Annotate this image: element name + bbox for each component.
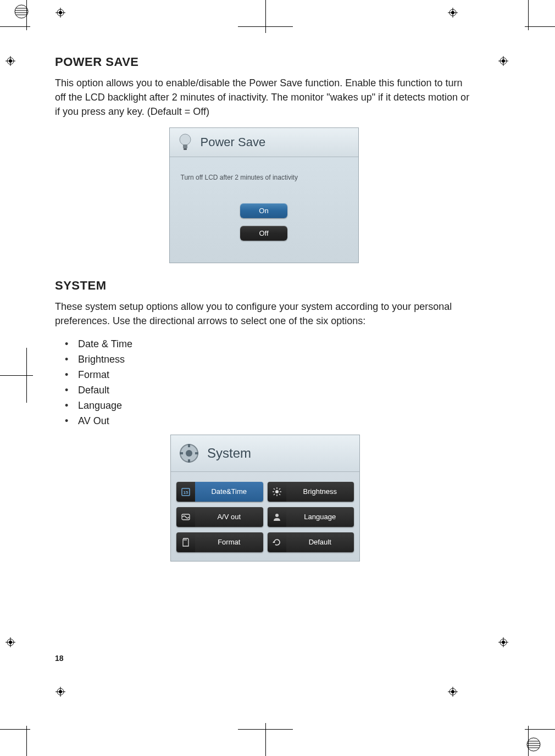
- menu-label: Default: [286, 532, 354, 552]
- svg-point-46: [186, 450, 192, 457]
- power-save-description: This option allows you to enable/disable…: [55, 76, 473, 119]
- svg-line-59: [279, 494, 280, 495]
- sdcard-icon: [176, 532, 195, 552]
- menu-av-out[interactable]: A/V out: [176, 507, 263, 527]
- registration-mark-icon: [448, 8, 458, 18]
- svg-line-61: [274, 494, 275, 495]
- registration-mark-icon: [56, 8, 65, 18]
- svg-text:15: 15: [184, 490, 188, 495]
- brightness-icon: [268, 482, 286, 502]
- on-button[interactable]: On: [240, 203, 287, 218]
- menu-default[interactable]: Default: [268, 532, 354, 552]
- colorbar-icon: [526, 737, 541, 752]
- menu-date-time[interactable]: 15 Date&Time: [176, 482, 263, 502]
- system-description: These system setup options allow you to …: [55, 299, 473, 328]
- svg-rect-43: [183, 144, 187, 148]
- list-item: Format: [65, 368, 132, 383]
- calendar-icon: 15: [176, 482, 195, 502]
- power-save-caption: Turn off LCD after 2 minutes of inactivi…: [179, 174, 349, 181]
- svg-rect-50: [195, 452, 198, 454]
- menu-label: Brightness: [286, 482, 354, 502]
- section-title-power-save: POWER SAVE: [55, 55, 473, 69]
- section-title-system: SYSTEM: [55, 279, 473, 293]
- menu-brightness[interactable]: Brightness: [268, 482, 354, 502]
- svg-rect-49: [180, 452, 183, 454]
- registration-mark-icon: [498, 637, 508, 647]
- system-screen-title: System: [207, 446, 251, 461]
- colorbar-icon: [14, 4, 29, 19]
- person-icon: [268, 507, 286, 527]
- svg-point-53: [275, 490, 279, 493]
- menu-label: Language: [286, 507, 354, 527]
- list-item: Language: [65, 398, 132, 414]
- svg-point-42: [180, 134, 191, 145]
- svg-rect-44: [184, 148, 187, 150]
- page-number: 18: [55, 654, 64, 663]
- svg-point-63: [275, 514, 279, 517]
- menu-label: A/V out: [195, 507, 263, 527]
- off-button[interactable]: Off: [240, 226, 287, 241]
- power-save-screen-title: Power Save: [201, 135, 266, 149]
- registration-mark-icon: [5, 56, 15, 66]
- svg-rect-47: [188, 444, 190, 447]
- registration-mark-icon: [5, 637, 15, 647]
- registration-mark-icon: [448, 687, 458, 697]
- gear-icon: [179, 443, 199, 464]
- menu-format[interactable]: Format: [176, 532, 263, 552]
- reset-icon: [268, 532, 286, 552]
- list-item: Default: [65, 383, 132, 398]
- list-item: Brightness: [65, 352, 132, 368]
- lightbulb-icon: [177, 134, 193, 151]
- menu-label: Format: [195, 532, 263, 552]
- registration-mark-icon: [498, 56, 508, 66]
- svg-line-58: [274, 488, 275, 490]
- svg-line-60: [279, 488, 280, 490]
- list-item: Date & Time: [65, 337, 132, 352]
- wave-icon: [176, 507, 195, 527]
- menu-label: Date&Time: [195, 482, 263, 502]
- registration-mark-icon: [56, 687, 65, 697]
- svg-point-37: [527, 738, 540, 751]
- svg-point-32: [15, 5, 28, 18]
- power-save-screenshot: Power Save Turn off LCD after 2 minutes …: [169, 127, 359, 263]
- list-item: AV Out: [65, 414, 132, 429]
- system-screenshot: System 15 Date&Time Brightness: [170, 435, 360, 562]
- svg-rect-48: [188, 459, 190, 463]
- menu-language[interactable]: Language: [268, 507, 354, 527]
- system-options-list: Date & Time Brightness Format Default La…: [65, 337, 132, 429]
